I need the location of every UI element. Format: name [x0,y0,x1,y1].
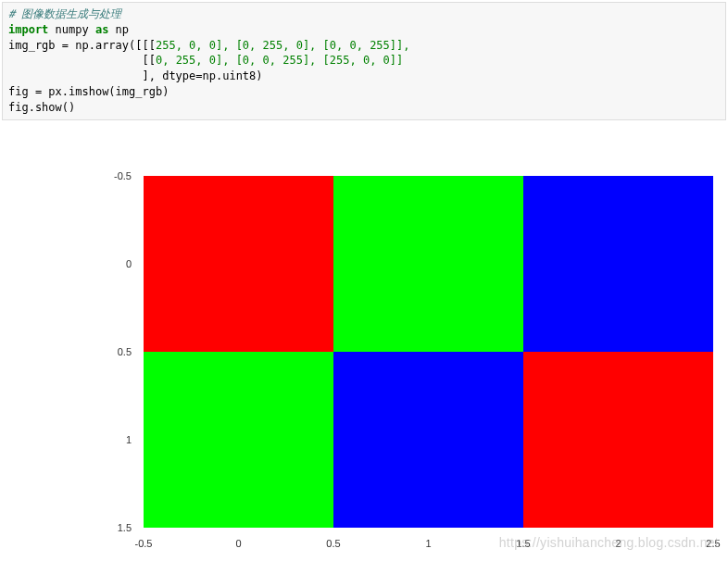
watermark-text: https://yishuihancheng.blog.csdn.net [499,535,719,550]
heatmap-plot[interactable] [144,176,713,528]
y-tick: 0 [126,258,132,269]
code-line-3: img_rgb = np.array([[[255, 0, 0], [0, 25… [8,38,720,54]
y-axis: -0.5 0 0.5 1 1.5 [93,176,139,528]
heatmap-cell-0-1 [333,176,523,352]
chart-container: -0.5 0 0.5 1 1.5 -0.5 0 0.5 1 1.5 2 2.5 [93,167,722,555]
code-line-2: import numpy as np [8,22,720,38]
y-tick: 1.5 [118,522,132,533]
heatmap-cell-1-0 [144,352,333,528]
code-comment: # 图像数据生成与处理 [8,7,121,20]
code-block: # 图像数据生成与处理 import numpy as np img_rgb =… [2,2,726,120]
code-line-6: fig = px.imshow(img_rgb) [8,84,720,100]
heatmap-cell-0-0 [144,176,333,352]
y-tick: 1 [126,434,132,445]
x-tick: 1 [425,538,431,549]
x-tick: 0 [235,538,241,549]
heatmap-cell-1-2 [523,352,713,528]
code-line-4: [[0, 255, 0], [0, 0, 255], [255, 0, 0]] [8,53,720,69]
y-tick: 0.5 [118,346,132,357]
code-line-1: # 图像数据生成与处理 [8,6,720,22]
code-line-7: fig.show() [8,100,720,116]
x-tick: -0.5 [135,538,153,549]
y-tick: -0.5 [114,170,132,181]
heatmap-cell-1-1 [333,352,523,528]
code-line-5: ], dtype=np.uint8) [8,69,720,84]
x-tick: 0.5 [326,538,340,549]
heatmap-cell-0-2 [523,176,713,352]
